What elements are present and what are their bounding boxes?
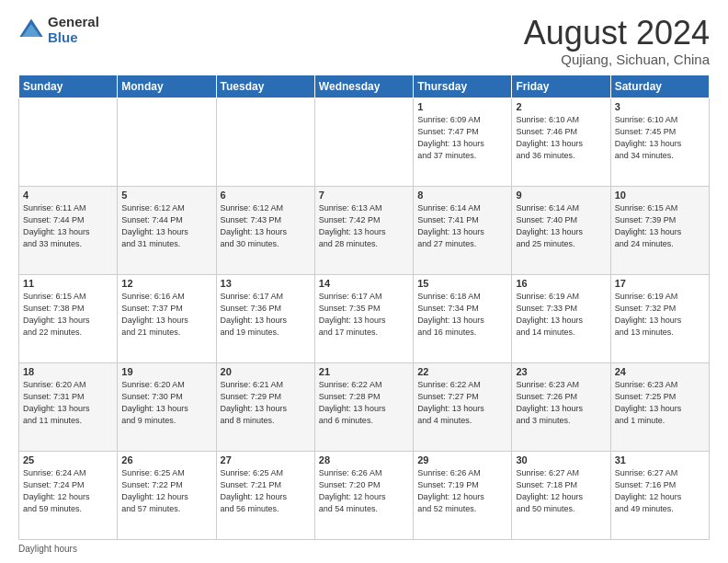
calendar-header-monday: Monday: [118, 75, 216, 98]
calendar-header-saturday: Saturday: [610, 75, 709, 98]
calendar-cell-17: 17Sunrise: 6:19 AM Sunset: 7:32 PM Dayli…: [610, 274, 709, 362]
calendar-week-2: 4Sunrise: 6:11 AM Sunset: 7:44 PM Daylig…: [19, 186, 710, 274]
calendar-cell-10: 10Sunrise: 6:15 AM Sunset: 7:39 PM Dayli…: [610, 186, 709, 274]
calendar-header-tuesday: Tuesday: [216, 75, 314, 98]
day-info: Sunrise: 6:09 AM Sunset: 7:47 PM Dayligh…: [417, 114, 507, 162]
day-info: Sunrise: 6:25 AM Sunset: 7:21 PM Dayligh…: [221, 467, 311, 515]
day-number: 25: [23, 454, 113, 465]
day-number: 20: [221, 366, 311, 377]
calendar-cell-25: 25Sunrise: 6:24 AM Sunset: 7:24 PM Dayli…: [19, 451, 118, 539]
calendar-cell-empty: [314, 98, 413, 186]
day-number: 18: [23, 366, 113, 377]
day-number: 2: [516, 101, 606, 112]
logo-text: General Blue: [48, 15, 99, 45]
calendar-cell-14: 14Sunrise: 6:17 AM Sunset: 7:35 PM Dayli…: [314, 274, 413, 362]
day-info: Sunrise: 6:15 AM Sunset: 7:38 PM Dayligh…: [23, 291, 113, 339]
day-info: Sunrise: 6:12 AM Sunset: 7:44 PM Dayligh…: [121, 202, 211, 250]
day-info: Sunrise: 6:10 AM Sunset: 7:46 PM Dayligh…: [516, 114, 606, 162]
day-number: 24: [615, 366, 705, 377]
day-number: 21: [319, 366, 409, 377]
day-info: Sunrise: 6:20 AM Sunset: 7:31 PM Dayligh…: [23, 379, 113, 427]
header: General Blue August 2024 Qujiang, Sichua…: [18, 15, 710, 67]
calendar-cell-6: 6Sunrise: 6:12 AM Sunset: 7:43 PM Daylig…: [216, 186, 314, 274]
calendar-cell-12: 12Sunrise: 6:16 AM Sunset: 7:37 PM Dayli…: [118, 274, 216, 362]
day-info: Sunrise: 6:19 AM Sunset: 7:32 PM Dayligh…: [615, 291, 705, 339]
calendar-cell-2: 2Sunrise: 6:10 AM Sunset: 7:46 PM Daylig…: [512, 98, 610, 186]
calendar-cell-empty: [216, 98, 314, 186]
day-number: 4: [23, 190, 113, 201]
calendar-week-1: 1Sunrise: 6:09 AM Sunset: 7:47 PM Daylig…: [19, 98, 710, 186]
calendar-week-4: 18Sunrise: 6:20 AM Sunset: 7:31 PM Dayli…: [19, 362, 710, 451]
title-block: August 2024 Qujiang, Sichuan, China: [524, 15, 710, 67]
logo: General Blue: [18, 15, 99, 45]
calendar-header-thursday: Thursday: [414, 75, 512, 98]
day-info: Sunrise: 6:27 AM Sunset: 7:16 PM Dayligh…: [615, 467, 705, 515]
day-number: 12: [121, 278, 211, 289]
calendar-cell-13: 13Sunrise: 6:17 AM Sunset: 7:36 PM Dayli…: [216, 274, 314, 362]
calendar-cell-19: 19Sunrise: 6:20 AM Sunset: 7:30 PM Dayli…: [118, 362, 216, 451]
day-number: 7: [319, 190, 409, 201]
day-info: Sunrise: 6:23 AM Sunset: 7:26 PM Dayligh…: [516, 379, 606, 427]
day-info: Sunrise: 6:10 AM Sunset: 7:45 PM Dayligh…: [615, 114, 705, 162]
subtitle: Qujiang, Sichuan, China: [524, 52, 710, 67]
day-number: 5: [121, 190, 211, 201]
day-number: 23: [516, 366, 606, 377]
calendar-cell-29: 29Sunrise: 6:26 AM Sunset: 7:19 PM Dayli…: [414, 451, 512, 539]
calendar-cell-empty: [118, 98, 216, 186]
page: General Blue August 2024 Qujiang, Sichua…: [0, 0, 728, 563]
calendar-cell-21: 21Sunrise: 6:22 AM Sunset: 7:28 PM Dayli…: [314, 362, 413, 451]
calendar-cell-18: 18Sunrise: 6:20 AM Sunset: 7:31 PM Dayli…: [19, 362, 118, 451]
day-number: 1: [417, 101, 507, 112]
calendar-cell-23: 23Sunrise: 6:23 AM Sunset: 7:26 PM Dayli…: [512, 362, 610, 451]
day-number: 22: [417, 366, 507, 377]
logo-icon: [18, 17, 44, 43]
calendar-cell-16: 16Sunrise: 6:19 AM Sunset: 7:33 PM Dayli…: [512, 274, 610, 362]
day-info: Sunrise: 6:15 AM Sunset: 7:39 PM Dayligh…: [615, 202, 705, 250]
day-info: Sunrise: 6:12 AM Sunset: 7:43 PM Dayligh…: [221, 202, 311, 250]
calendar-cell-22: 22Sunrise: 6:22 AM Sunset: 7:27 PM Dayli…: [414, 362, 512, 451]
calendar-cell-1: 1Sunrise: 6:09 AM Sunset: 7:47 PM Daylig…: [414, 98, 512, 186]
day-number: 8: [417, 190, 507, 201]
day-info: Sunrise: 6:13 AM Sunset: 7:42 PM Dayligh…: [319, 202, 409, 250]
calendar-cell-4: 4Sunrise: 6:11 AM Sunset: 7:44 PM Daylig…: [19, 186, 118, 274]
calendar-cell-5: 5Sunrise: 6:12 AM Sunset: 7:44 PM Daylig…: [118, 186, 216, 274]
footer-text: Daylight hours: [18, 544, 77, 554]
day-number: 10: [615, 190, 705, 201]
day-number: 28: [319, 454, 409, 465]
calendar-week-5: 25Sunrise: 6:24 AM Sunset: 7:24 PM Dayli…: [19, 451, 710, 539]
calendar-cell-11: 11Sunrise: 6:15 AM Sunset: 7:38 PM Dayli…: [19, 274, 118, 362]
day-info: Sunrise: 6:14 AM Sunset: 7:40 PM Dayligh…: [516, 202, 606, 250]
calendar-cell-7: 7Sunrise: 6:13 AM Sunset: 7:42 PM Daylig…: [314, 186, 413, 274]
calendar-header-row: SundayMondayTuesdayWednesdayThursdayFrid…: [19, 75, 710, 98]
day-info: Sunrise: 6:17 AM Sunset: 7:35 PM Dayligh…: [319, 291, 409, 339]
day-number: 15: [417, 278, 507, 289]
day-number: 16: [516, 278, 606, 289]
calendar-cell-31: 31Sunrise: 6:27 AM Sunset: 7:16 PM Dayli…: [610, 451, 709, 539]
day-number: 31: [615, 454, 705, 465]
calendar-cell-20: 20Sunrise: 6:21 AM Sunset: 7:29 PM Dayli…: [216, 362, 314, 451]
day-info: Sunrise: 6:26 AM Sunset: 7:20 PM Dayligh…: [319, 467, 409, 515]
main-title: August 2024: [524, 15, 710, 52]
day-number: 29: [417, 454, 507, 465]
day-info: Sunrise: 6:17 AM Sunset: 7:36 PM Dayligh…: [221, 291, 311, 339]
day-info: Sunrise: 6:19 AM Sunset: 7:33 PM Dayligh…: [516, 291, 606, 339]
logo-blue: Blue: [48, 30, 99, 46]
day-number: 19: [121, 366, 211, 377]
day-info: Sunrise: 6:18 AM Sunset: 7:34 PM Dayligh…: [417, 291, 507, 339]
day-number: 17: [615, 278, 705, 289]
day-info: Sunrise: 6:24 AM Sunset: 7:24 PM Dayligh…: [23, 467, 113, 515]
calendar-header-sunday: Sunday: [19, 75, 118, 98]
day-number: 11: [23, 278, 113, 289]
day-number: 14: [319, 278, 409, 289]
footer: Daylight hours: [18, 544, 710, 554]
day-info: Sunrise: 6:21 AM Sunset: 7:29 PM Dayligh…: [221, 379, 311, 427]
day-info: Sunrise: 6:23 AM Sunset: 7:25 PM Dayligh…: [615, 379, 705, 427]
calendar-header-friday: Friday: [512, 75, 610, 98]
calendar-cell-15: 15Sunrise: 6:18 AM Sunset: 7:34 PM Dayli…: [414, 274, 512, 362]
day-info: Sunrise: 6:11 AM Sunset: 7:44 PM Dayligh…: [23, 202, 113, 250]
calendar-table: SundayMondayTuesdayWednesdayThursdayFrid…: [18, 75, 710, 540]
calendar-header-wednesday: Wednesday: [314, 75, 413, 98]
calendar-cell-24: 24Sunrise: 6:23 AM Sunset: 7:25 PM Dayli…: [610, 362, 709, 451]
day-number: 13: [221, 278, 311, 289]
day-number: 9: [516, 190, 606, 201]
